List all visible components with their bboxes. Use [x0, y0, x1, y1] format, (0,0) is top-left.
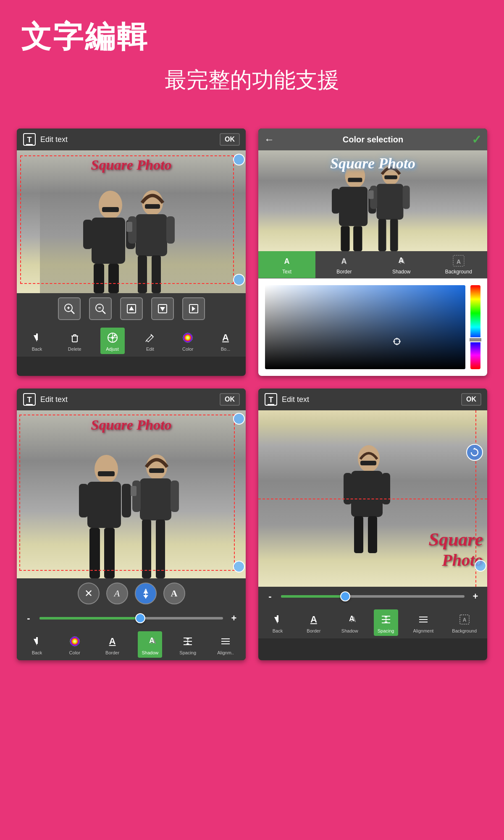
panel4-handle-bottom[interactable]	[475, 560, 486, 572]
panel1-photo-text: Square Photo	[91, 157, 172, 173]
panel3-align-label: Alignm..	[217, 650, 234, 655]
toolbar-back-label: Back	[32, 346, 42, 352]
panel4-border-btn[interactable]: A Border	[302, 609, 326, 636]
svg-rect-115	[351, 471, 383, 517]
svg-line-44	[146, 340, 147, 342]
trash-icon	[67, 330, 82, 345]
svg-rect-116	[354, 516, 363, 553]
svg-rect-50	[353, 226, 362, 251]
adjust-icon	[105, 330, 120, 345]
panel4-slider-minus-btn[interactable]: -	[264, 591, 276, 602]
panel4-border-icon: A	[306, 612, 321, 627]
toolbar-delete-btn[interactable]: Delete	[63, 328, 87, 354]
move-up-btn[interactable]	[120, 297, 143, 320]
panel4-ok-btn[interactable]: OK	[461, 393, 481, 406]
panel3-slider-track[interactable]	[39, 617, 223, 620]
toolbar-border-btn[interactable]: A Bo...	[213, 328, 238, 354]
panel3-slider-row: - +	[17, 609, 246, 628]
panel4-bg-btn[interactable]: A Background	[449, 609, 480, 636]
panel4-shadow-btn[interactable]: A A Shadow	[338, 609, 362, 636]
panel1-ok-btn[interactable]: OK	[220, 133, 240, 146]
panel3-shadow-btn[interactable]: A A Shadow	[138, 631, 162, 658]
panel3-color-btn[interactable]: Color	[63, 631, 87, 658]
panel4-bg-icon: A	[457, 612, 472, 627]
panel4-person-silhouette	[302, 436, 444, 553]
panel4-slider-plus-btn[interactable]: +	[470, 591, 481, 602]
svg-rect-87	[156, 520, 165, 578]
panel2-color-tabs: A Text A Border A A Shadow A Background	[258, 251, 487, 278]
panel4-slider-thumb[interactable]	[340, 591, 350, 601]
color-tab-border-label: Border	[336, 269, 352, 275]
svg-rect-83	[98, 471, 115, 476]
panel4-topbar-left: T Edit text	[264, 393, 309, 406]
zoom-in-btn[interactable]	[58, 297, 81, 320]
font-size-btn[interactable]: A	[135, 583, 157, 604]
panel3-align-btn[interactable]: Alignm..	[213, 631, 238, 658]
color-hue-slider[interactable]	[470, 285, 480, 369]
panel4-slider-track[interactable]	[281, 595, 465, 598]
panel3-spacing-btn[interactable]: Spacing	[176, 631, 200, 658]
color-gradient[interactable]	[265, 285, 465, 369]
panel3-handle-bottom-right[interactable]	[233, 561, 245, 572]
panel4-back-label: Back	[273, 628, 283, 633]
toolbar-edit-label: Edit	[146, 346, 154, 352]
slider-minus-btn[interactable]: -	[23, 613, 34, 624]
svg-rect-78	[87, 482, 121, 528]
zoom-out-btn[interactable]	[89, 297, 112, 320]
font-bold-btn[interactable]: A	[163, 583, 185, 604]
panel4-rotate-btn[interactable]	[466, 444, 483, 461]
panel3-border-icon: A	[105, 634, 120, 649]
panel4-spacing-btn[interactable]: Spacing	[374, 609, 398, 636]
svg-marker-121	[473, 448, 476, 449]
panel3-border-btn[interactable]: A Border	[100, 631, 125, 658]
svg-rect-81	[79, 484, 88, 517]
panel3-slider-thumb[interactable]	[135, 613, 145, 623]
back-arrow-btn[interactable]	[182, 297, 205, 320]
panel4-back-btn[interactable]: Back	[265, 609, 290, 636]
svg-marker-26	[129, 306, 134, 310]
svg-rect-49	[341, 226, 349, 251]
panel4-text-edit-icon: T	[264, 393, 278, 406]
panel3-back-btn[interactable]: Back	[25, 631, 49, 658]
svg-rect-60	[384, 175, 397, 179]
toolbar-back-btn[interactable]: Back	[25, 328, 49, 354]
color-tab-bg[interactable]: A Background	[430, 251, 487, 278]
svg-rect-79	[89, 528, 100, 578]
toolbar-adjust-btn[interactable]: Adjust	[100, 328, 125, 354]
handle-top-right[interactable]	[233, 154, 245, 165]
svg-rect-4	[92, 218, 125, 264]
panel4-back-icon	[270, 612, 285, 627]
panel3-handle-top-right[interactable]	[233, 413, 245, 425]
toolbar-color-btn[interactable]: Color	[176, 328, 200, 354]
panel3-align-icon	[218, 634, 233, 649]
panel3-shadow-label: Shadow	[142, 650, 159, 655]
color-tab-text[interactable]: A Text	[258, 251, 315, 278]
toolbar-edit-btn[interactable]: Edit	[138, 328, 162, 354]
panel3-toolbar-row: Back Color A Border	[18, 631, 244, 658]
panel3-back-label: Back	[32, 650, 42, 655]
handle-bottom-right[interactable]	[233, 274, 245, 286]
panel2-confirm-icon[interactable]: ✓	[472, 133, 481, 147]
panel3-ok-btn[interactable]: OK	[220, 393, 240, 406]
svg-rect-97	[36, 637, 38, 644]
slider-plus-btn[interactable]: +	[228, 613, 240, 624]
panel2-back-arrow[interactable]: ←	[264, 134, 274, 145]
svg-rect-6	[108, 264, 119, 293]
svg-text:A: A	[462, 617, 466, 623]
move-down-btn[interactable]	[151, 297, 174, 320]
svg-rect-55	[376, 184, 403, 220]
font-close-btn[interactable]: ✕	[78, 583, 100, 604]
svg-rect-61	[368, 190, 373, 199]
toolbar-border-label: Bo...	[221, 346, 231, 352]
toolbar-delete-label: Delete	[68, 346, 81, 352]
border-icon: A	[218, 330, 233, 345]
color-tab-border[interactable]: A Border	[315, 251, 373, 278]
color-tab-shadow[interactable]: A A Shadow	[373, 251, 430, 278]
svg-line-21	[71, 311, 74, 314]
svg-rect-82	[122, 484, 131, 517]
panel4-alignment-btn[interactable]: Alignment	[410, 609, 437, 636]
svg-rect-118	[344, 473, 352, 504]
font-normal-btn[interactable]: A	[106, 583, 128, 604]
toolbar-color-label: Color	[182, 346, 193, 352]
color-slider-handle[interactable]	[469, 337, 482, 342]
